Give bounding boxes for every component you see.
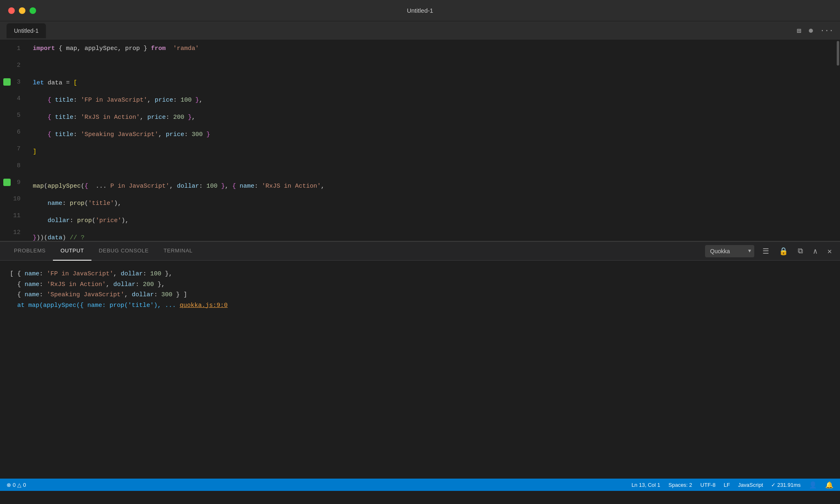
tab-untitled1[interactable]: Untitled-1 [7, 23, 46, 38]
code-line-3: let data = [ [29, 75, 834, 92]
line-7: 7 [0, 141, 29, 157]
panel-tabs-left: PROBLEMS OUTPUT DEBUG CONSOLE TERMINAL [7, 242, 200, 261]
notifications-icon[interactable]: 🔔 [825, 481, 833, 489]
copy-icon[interactable]: ⧉ [796, 245, 805, 257]
code-content[interactable]: import { map, applySpec, prop } from 'ra… [29, 40, 834, 241]
code-line-10: name: prop('title'), [29, 195, 834, 212]
close-button[interactable] [8, 7, 15, 14]
status-left: ⊗ 0 △ 0 [7, 482, 26, 488]
code-line-7: ] [29, 143, 834, 161]
panel-tab-bar: PROBLEMS OUTPUT DEBUG CONSOLE TERMINAL Q… [0, 242, 840, 261]
line-ending[interactable]: LF [724, 482, 730, 488]
code-line-9: map(applySpec({ ... P in JavaScript', do… [29, 178, 834, 195]
line-numbers: 1 2 3 4 5 6 7 8 9 10 11 12 [0, 40, 29, 241]
output-panel: PROBLEMS OUTPUT DEBUG CONSOLE TERMINAL Q… [0, 241, 840, 479]
dirty-indicator [809, 29, 813, 33]
output-content: [ { name: 'FP in JavaScript', dollar: 10… [0, 261, 840, 479]
code-line-12: }))(data) // ? [29, 229, 834, 241]
titlebar: Untitled-1 [0, 0, 840, 21]
warning-number: 0 [23, 482, 26, 488]
window-controls [8, 7, 36, 14]
code-line-4: { title: 'FP in JavaScript', price: 100 … [29, 92, 834, 109]
line-2: 2 [0, 57, 29, 74]
output-line-1: [ { name: 'FP in JavaScript', dollar: 10… [10, 269, 832, 279]
line-8: 8 [0, 157, 29, 174]
error-icon: ⊗ [7, 482, 11, 488]
account-icon[interactable]: 👤 [809, 481, 817, 489]
line-9: 9 [0, 174, 29, 191]
editor-area: 1 2 3 4 5 6 7 8 9 10 11 12 import { map,… [0, 40, 840, 241]
panel-tabs-right: Quokka Log Git ▼ ☰ 🔒 ⧉ ∧ ✕ [705, 245, 833, 257]
code-line-1: import { map, applySpec, prop } from 'ra… [29, 40, 834, 57]
output-source-dropdown[interactable]: Quokka Log Git [705, 245, 754, 257]
window-title: Untitled-1 [407, 7, 433, 14]
quokka-timing: ✓ 231.91ms [771, 482, 801, 488]
language-mode[interactable]: JavaScript [738, 482, 763, 488]
cursor-position[interactable]: Ln 13, Col 1 [632, 482, 660, 488]
output-line-2: { name: 'RxJS in Action', dollar: 200 }, [10, 279, 832, 290]
filter-icon[interactable]: ☰ [761, 245, 771, 257]
maximize-button[interactable] [30, 7, 36, 14]
tab-label: Untitled-1 [14, 27, 39, 34]
error-count[interactable]: ⊗ 0 △ 0 [7, 482, 26, 488]
line-4: 4 [0, 90, 29, 107]
editor-scrollbar[interactable] [834, 40, 840, 241]
tab-problems[interactable]: PROBLEMS [7, 242, 53, 261]
line-1: 1 [0, 40, 29, 57]
tab-terminal[interactable]: TERMINAL [156, 242, 200, 261]
line-3: 3 [0, 74, 29, 91]
code-line-5: { title: 'RxJS in Action', price: 200 }, [29, 109, 834, 126]
status-right: Ln 13, Col 1 Spaces: 2 UTF-8 LF JavaScri… [632, 481, 833, 489]
output-line-3: { name: 'Speaking JavaScript', dollar: 3… [10, 290, 832, 300]
collapse-icon[interactable]: ∧ [811, 245, 819, 257]
error-number: 0 [13, 482, 16, 488]
tab-list: Untitled-1 [7, 23, 46, 38]
more-actions-icon[interactable]: ··· [820, 27, 833, 35]
line-6: 6 [0, 124, 29, 141]
tab-bar: Untitled-1 ⊞ ··· [0, 21, 840, 40]
split-editor-icon[interactable]: ⊞ [797, 26, 801, 35]
code-line-8 [29, 161, 834, 178]
scrollbar-thumb [837, 41, 839, 66]
line-5: 5 [0, 107, 29, 124]
tab-output[interactable]: OUTPUT [53, 242, 91, 261]
breakpoint-dot-2 [3, 179, 11, 186]
minimize-button[interactable] [19, 7, 25, 14]
line-11: 11 [0, 207, 29, 224]
tab-debug-console[interactable]: DEBUG CONSOLE [91, 242, 156, 261]
code-line-6: { title: 'Speaking JavaScript', price: 3… [29, 126, 834, 143]
line-12: 12 [0, 224, 29, 241]
lock-icon[interactable]: 🔒 [777, 245, 790, 257]
tab-actions: ⊞ ··· [797, 26, 833, 35]
indentation[interactable]: Spaces: 2 [669, 482, 692, 488]
breakpoint-dot [3, 78, 11, 86]
code-line-2 [29, 57, 834, 75]
warning-icon: △ [17, 482, 21, 488]
output-source-dropdown-wrapper: Quokka Log Git ▼ [705, 245, 754, 257]
status-bar: ⊗ 0 △ 0 Ln 13, Col 1 Spaces: 2 UTF-8 LF … [0, 479, 840, 491]
line-10: 10 [0, 191, 29, 207]
output-line-4: at map(applySpec({ name: prop('title'), … [10, 300, 832, 311]
code-line-11: dollar: prop('price'), [29, 212, 834, 229]
file-encoding[interactable]: UTF-8 [701, 482, 716, 488]
close-panel-icon[interactable]: ✕ [826, 245, 833, 257]
